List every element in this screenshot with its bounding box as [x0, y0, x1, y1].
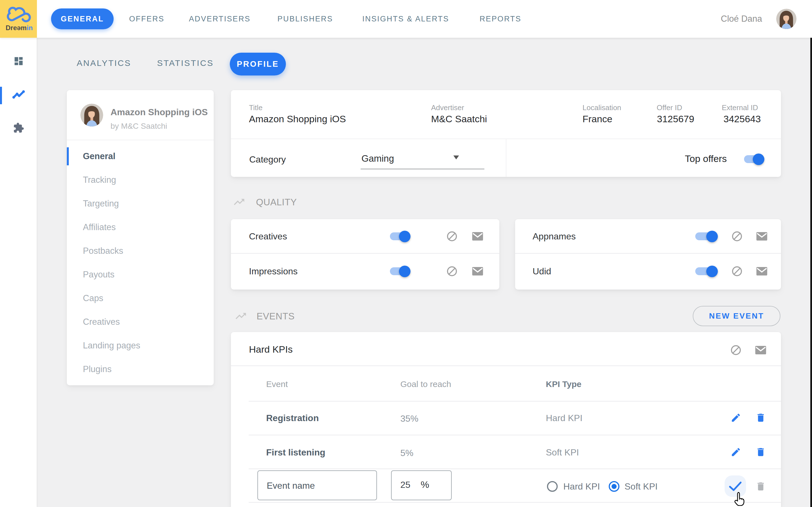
svg-text:Dreəmin: Dreəmin — [6, 24, 33, 32]
